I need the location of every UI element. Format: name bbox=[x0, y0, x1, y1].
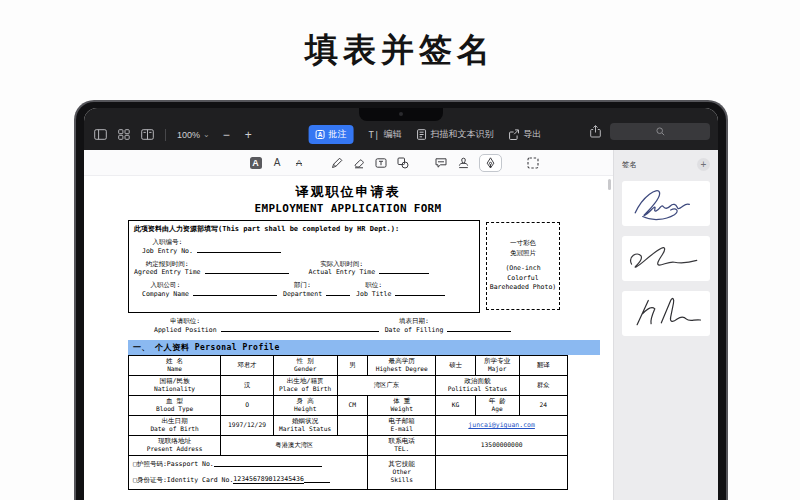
signature-item-2[interactable] bbox=[622, 236, 710, 281]
pen-tool[interactable] bbox=[331, 156, 344, 169]
skills-label: 其它技能 Other Skills bbox=[368, 455, 436, 489]
address-value[interactable]: 粤港澳大湾区 bbox=[221, 435, 368, 455]
zoom-level-control[interactable]: 100% ⌄ bbox=[177, 130, 210, 140]
highlight-tool[interactable]: A bbox=[250, 157, 262, 169]
mode-tabs: A 批注 T| 编辑 扫描和文本识别 bbox=[309, 125, 542, 144]
address-label: 现联络地址Present Address bbox=[129, 435, 221, 455]
tab-scan-label: 扫描和文本识别 bbox=[430, 128, 493, 141]
birthplace-value[interactable]: 湾区广东 bbox=[337, 375, 436, 395]
two-page-view-icon[interactable] bbox=[141, 129, 154, 140]
degree-value[interactable]: 硕士 bbox=[436, 355, 476, 375]
passport-blank[interactable] bbox=[214, 466, 322, 467]
strikethrough-tool[interactable]: A bbox=[293, 156, 306, 169]
major-label: 所学专业Major bbox=[475, 355, 519, 375]
form-title-en: EMPLOYMENT APPLICATION FORM bbox=[128, 202, 568, 215]
tab-annotate[interactable]: A 批注 bbox=[309, 125, 354, 144]
actual-entry-label: 实际入职时间:Actual Entry Time bbox=[309, 260, 376, 278]
signature-item-3[interactable] bbox=[622, 291, 710, 336]
toolbar-divider bbox=[165, 129, 166, 141]
scan-document-icon bbox=[416, 129, 426, 140]
text-box-tool[interactable] bbox=[375, 156, 388, 169]
name-value[interactable]: 邓君才 bbox=[221, 355, 274, 375]
department-blank[interactable] bbox=[326, 295, 350, 296]
signatures-sidebar: 签名 + bbox=[613, 150, 718, 500]
age-value[interactable]: 24 bbox=[519, 395, 567, 415]
degree-label: 最高学历Highest Degree bbox=[368, 355, 436, 375]
idcard-value[interactable]: 123456789012345436 bbox=[233, 475, 303, 484]
nationality-label: 国籍/民族Nationality bbox=[129, 375, 221, 395]
job-title-label: 职位:Job Title bbox=[356, 281, 391, 299]
table-row: 现联络地址Present Address 粤港澳大湾区 联系电话TEL. 135… bbox=[129, 435, 568, 455]
job-title-blank[interactable] bbox=[395, 295, 445, 296]
name-label: 姓 名Name bbox=[129, 355, 221, 375]
laptop-notch bbox=[359, 108, 443, 121]
marital-value[interactable] bbox=[337, 415, 368, 435]
blood-value[interactable]: O bbox=[221, 395, 274, 415]
skills-value[interactable] bbox=[436, 455, 568, 489]
search-input[interactable] bbox=[610, 123, 710, 140]
zoom-in-button[interactable]: + bbox=[243, 129, 254, 141]
tab-edit[interactable]: T| 编辑 bbox=[369, 128, 402, 141]
app-window: 100% ⌄ − + A 批注 T| 编辑 bbox=[84, 108, 718, 500]
gender-value[interactable]: 男 bbox=[337, 355, 368, 375]
political-label: 政治面貌Political Status bbox=[436, 375, 519, 395]
height-unit[interactable]: CM bbox=[337, 395, 368, 415]
email-link[interactable]: juncai@yiguan.com bbox=[468, 421, 535, 429]
signature-item-1[interactable] bbox=[622, 181, 710, 226]
agreed-entry-label: 约定报到时间:Agreed Entry Time bbox=[134, 260, 201, 278]
tel-value[interactable]: 13500000000 bbox=[436, 435, 568, 455]
email-value[interactable]: juncai@yiguan.com bbox=[436, 415, 568, 435]
tab-export[interactable]: 导出 bbox=[508, 128, 541, 141]
stamp-tool[interactable] bbox=[457, 156, 470, 169]
email-label: 电子邮箱E-mail bbox=[368, 415, 436, 435]
add-signature-button[interactable]: + bbox=[697, 158, 710, 171]
search-icon bbox=[656, 127, 665, 136]
blood-label: 血 型Blood Type bbox=[129, 395, 221, 415]
scrollbar[interactable] bbox=[608, 179, 611, 190]
sidebar-title: 签名 bbox=[622, 160, 637, 170]
pdf-page[interactable]: 译观职位申请表 EMPLOYMENT APPLICATION FORM 此项资料… bbox=[84, 176, 613, 500]
applied-position-blank[interactable] bbox=[221, 331, 379, 332]
profile-table: 姓 名Name 邓君才 性 别Gender 男 最高学历Highest Degr… bbox=[128, 355, 568, 490]
signature-stroke-2 bbox=[622, 238, 710, 279]
filling-date-blank[interactable] bbox=[447, 331, 511, 332]
signature-stroke-3 bbox=[622, 293, 710, 334]
hr-box-header: 此项资料由人力资源部填写(This part shall be complete… bbox=[134, 224, 474, 234]
zoom-out-button[interactable]: − bbox=[221, 129, 232, 141]
height-label: 身 高Height bbox=[273, 395, 337, 415]
company-label: 入职公司:Company Name bbox=[142, 281, 189, 299]
shapes-tool[interactable] bbox=[397, 156, 410, 169]
application-form: 译观职位申请表 EMPLOYMENT APPLICATION FORM 此项资料… bbox=[128, 183, 568, 490]
underline-tool[interactable]: A bbox=[271, 156, 284, 169]
idcard-label: □身份证号:Identity Card No. bbox=[133, 476, 233, 484]
annotation-toolbar: A A A bbox=[84, 150, 613, 176]
job-entry-blank[interactable] bbox=[197, 252, 281, 253]
section-header-personal-profile: 一、 个人资料 Personal Profile bbox=[128, 340, 600, 355]
agreed-entry-blank[interactable] bbox=[205, 273, 289, 274]
tab-edit-label: 编辑 bbox=[383, 128, 401, 141]
eraser-tool[interactable] bbox=[353, 156, 366, 169]
passport-label: □护照号码:Passport No. bbox=[133, 460, 214, 468]
thumbnails-icon[interactable] bbox=[118, 129, 130, 140]
dob-value[interactable]: 1997/12/29 bbox=[221, 415, 274, 435]
annotate-icon: A bbox=[316, 130, 325, 139]
dob-label: 出生日期Date of Birth bbox=[129, 415, 221, 435]
share-icon[interactable] bbox=[590, 125, 601, 138]
weight-unit[interactable]: KG bbox=[436, 395, 476, 415]
tab-scan-ocr[interactable]: 扫描和文本识别 bbox=[416, 128, 493, 141]
signature-stroke-1 bbox=[622, 183, 710, 224]
company-blank[interactable] bbox=[193, 295, 277, 296]
major-value[interactable]: 翻译 bbox=[519, 355, 567, 375]
sidebar-toggle-icon[interactable] bbox=[94, 129, 107, 140]
signature-tool[interactable] bbox=[479, 154, 502, 172]
tab-export-label: 导出 bbox=[523, 128, 541, 141]
birthplace-label: 出生地/籍贯Place of Birth bbox=[273, 375, 337, 395]
political-value[interactable]: 群众 bbox=[519, 375, 567, 395]
comment-tool[interactable] bbox=[435, 156, 448, 169]
laptop-frame: 100% ⌄ − + A 批注 T| 编辑 bbox=[74, 100, 728, 500]
form-title-cn: 译观职位申请表 bbox=[128, 183, 568, 201]
nationality-value[interactable]: 汉 bbox=[221, 375, 274, 395]
marquee-select-tool[interactable] bbox=[527, 156, 540, 169]
tel-label: 联系电话TEL. bbox=[368, 435, 436, 455]
actual-entry-blank[interactable] bbox=[379, 273, 429, 274]
